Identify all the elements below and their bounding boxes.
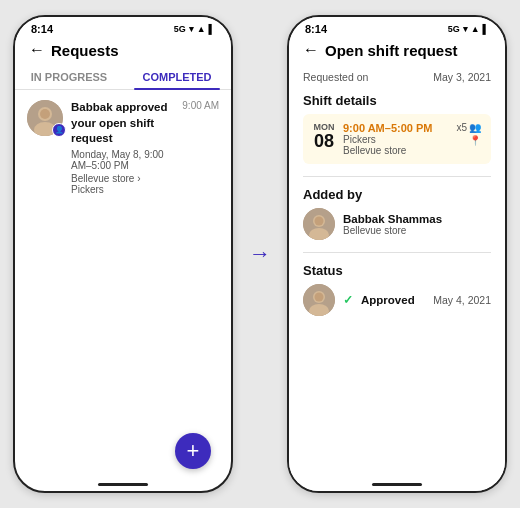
shift-pin: 📍	[469, 135, 481, 146]
avatar-wrap: 👤	[27, 100, 63, 136]
notification-item[interactable]: 👤 Babbak approved your open shift reques…	[15, 90, 231, 205]
nav-bar-left: ← Requests	[15, 37, 231, 63]
wifi-icon-right: ▾	[463, 24, 468, 34]
status-label: Approved	[361, 294, 425, 306]
shift-day-of-month: 08	[313, 132, 335, 152]
shift-card: MON 08 9:00 AM–5:00 PM Pickers Bellevue …	[303, 114, 491, 164]
svg-point-3	[40, 109, 50, 119]
status-bar-right: 8:14 5G ▾ ▲ ▌	[289, 17, 505, 37]
tab-in-progress[interactable]: IN PROGRESS	[15, 63, 123, 89]
back-button-left[interactable]: ←	[29, 41, 45, 59]
shift-details-title: Shift details	[303, 93, 491, 108]
status-icons-right: 5G ▾ ▲ ▌	[448, 24, 489, 34]
shift-info: 9:00 AM–5:00 PM Pickers Bellevue store	[343, 122, 448, 156]
notification-subtitle: Monday, May 8, 9:00 AM–5:00 PM	[71, 149, 174, 171]
added-by-avatar	[303, 208, 335, 240]
back-button-right[interactable]: ←	[303, 41, 319, 59]
status-avatar	[303, 284, 335, 316]
shift-time-range: 9:00 AM–5:00 PM	[343, 122, 448, 134]
time-right: 8:14	[305, 23, 327, 35]
signal-bars-icon-right: ▲	[471, 24, 480, 34]
svg-point-11	[315, 293, 324, 302]
status-bar-left: 8:14 5G ▾ ▲ ▌	[15, 17, 231, 37]
page-title-left: Requests	[51, 42, 119, 59]
shift-day-column: MON 08	[313, 122, 335, 152]
shift-location-2: Bellevue store	[343, 145, 448, 156]
status-row: ✓ Approved May 4, 2021	[303, 284, 491, 316]
status-icons-left: 5G ▾ ▲ ▌	[174, 24, 215, 34]
page-title-right: Open shift request	[325, 42, 458, 59]
shift-count: x5 👥	[456, 122, 481, 133]
added-by-name: Babbak Shammas	[343, 213, 442, 225]
notification-time: 9:00 AM	[182, 100, 219, 111]
svg-point-7	[315, 217, 324, 226]
shift-right-col: x5 👥 📍	[456, 122, 481, 146]
added-by-store: Bellevue store	[343, 225, 442, 236]
signal-label-left: 5G	[174, 24, 186, 34]
battery-icon-right: ▌	[483, 24, 489, 34]
status-section-title: Status	[303, 263, 491, 278]
avatar-badge: 👤	[52, 123, 66, 137]
added-by-info: Babbak Shammas Bellevue store	[343, 213, 442, 236]
home-indicator-left	[98, 483, 148, 486]
tabs-left: IN PROGRESS COMPLETED	[15, 63, 231, 90]
requested-on-label: Requested on	[303, 71, 368, 83]
divider-2	[303, 252, 491, 253]
nav-bar-right: ← Open shift request	[289, 37, 505, 63]
signal-bars-icon: ▲	[197, 24, 206, 34]
notification-location: Bellevue store › Pickers	[71, 173, 174, 195]
left-phone: 8:14 5G ▾ ▲ ▌ ← Requests IN PROGRESS COM…	[13, 15, 233, 493]
status-check-icon: ✓	[343, 293, 353, 307]
pin-icon: 📍	[469, 135, 481, 146]
notification-content: Babbak approved your open shift request …	[71, 100, 174, 195]
detail-content: Requested on May 3, 2021 Shift details M…	[289, 63, 505, 491]
wifi-icon: ▾	[189, 24, 194, 34]
added-by-title: Added by	[303, 187, 491, 202]
added-by-row: Babbak Shammas Bellevue store	[303, 208, 491, 240]
home-indicator-right	[372, 483, 422, 486]
notification-title: Babbak approved your open shift request	[71, 100, 174, 147]
status-date: May 4, 2021	[433, 294, 491, 306]
divider-1	[303, 176, 491, 177]
signal-label-right: 5G	[448, 24, 460, 34]
shift-location-1: Pickers	[343, 134, 448, 145]
requested-on-row: Requested on May 3, 2021	[303, 71, 491, 83]
requested-on-date: May 3, 2021	[433, 71, 491, 83]
battery-icon: ▌	[209, 24, 215, 34]
navigation-arrow: →	[249, 241, 271, 267]
people-icon: 👥	[469, 122, 481, 133]
time-left: 8:14	[31, 23, 53, 35]
right-phone: 8:14 5G ▾ ▲ ▌ ← Open shift request Reque…	[287, 15, 507, 493]
tab-completed[interactable]: COMPLETED	[123, 63, 231, 89]
arrow-container: →	[245, 241, 275, 267]
fab-button[interactable]: +	[175, 433, 211, 469]
